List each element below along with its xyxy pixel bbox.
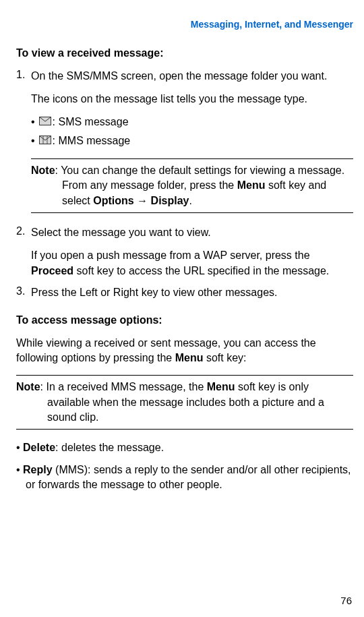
option-delete: • Delete: deletes the message. <box>16 440 353 455</box>
envelope-grid-icon <box>39 133 51 149</box>
option-name: Reply <box>23 464 53 475</box>
intro-text: While viewing a received or sent message… <box>16 337 316 363</box>
option-reply: • Reply (MMS): sends a reply to the send… <box>16 463 353 493</box>
option-desc: (MMS): sends a reply to the sender and/o… <box>26 464 351 490</box>
bullet-dot: • <box>31 133 35 149</box>
section-heading-view: To view a received message: <box>16 47 353 59</box>
proceed-key: Proceed <box>31 265 73 276</box>
intro-text: soft key: <box>203 352 246 363</box>
bullet-sms: • : SMS message <box>31 114 353 130</box>
step-text: Select the message you want to view. <box>31 225 353 240</box>
chapter-header: Messaging, Internet, and Messenger <box>16 19 353 30</box>
note-menu: Menu <box>207 381 235 392</box>
step-text: Press the Left or Right key to view othe… <box>31 285 353 300</box>
sub-text: If you open a push message from a WAP se… <box>31 249 310 261</box>
bullet-mms: • : MMS message <box>31 133 353 149</box>
page-number: 76 <box>340 595 352 606</box>
step-2: 2. Select the message you want to view. <box>16 225 353 240</box>
step-2-sub: If you open a push message from a WAP se… <box>31 248 353 278</box>
step-number: 2. <box>16 225 31 240</box>
bullet-dot: • <box>16 442 20 453</box>
step-text: On the SMS/MMS screen, open the message … <box>31 69 353 84</box>
intro-menu: Menu <box>175 352 204 363</box>
step-1-sub: The icons on the message list tells you … <box>31 92 353 107</box>
note-text: . <box>189 195 192 206</box>
step-1: 1. On the SMS/MMS screen, open the messa… <box>16 69 353 84</box>
note-menu: Menu <box>237 179 266 191</box>
step-number: 3. <box>16 285 31 300</box>
option-desc: : deletes the message. <box>55 442 164 453</box>
note-display: Display <box>151 195 189 206</box>
note-label: Note <box>16 381 40 392</box>
bullet-dot: • <box>31 114 35 130</box>
note-options: Options <box>93 195 133 206</box>
note-arrow: → <box>134 195 151 206</box>
sub-text: soft key to access the URL specified in … <box>73 265 329 276</box>
bullet-dot: • <box>16 464 20 475</box>
intro-para: While viewing a received or sent message… <box>16 336 353 366</box>
note-text: : In a received MMS message, the <box>40 381 207 392</box>
bullet-text: : MMS message <box>53 133 131 149</box>
section-heading-options: To access message options: <box>16 314 353 326</box>
option-name: Delete <box>23 442 55 453</box>
step-number: 1. <box>16 69 31 84</box>
bullet-text: : SMS message <box>53 114 129 130</box>
envelope-icon <box>39 114 51 130</box>
note-block-2: Note: In a received MMS message, the Men… <box>16 375 353 430</box>
note-label: Note <box>31 165 55 176</box>
note-block-1: Note: You can change the default setting… <box>31 158 353 213</box>
step-3: 3. Press the Left or Right key to view o… <box>16 285 353 300</box>
